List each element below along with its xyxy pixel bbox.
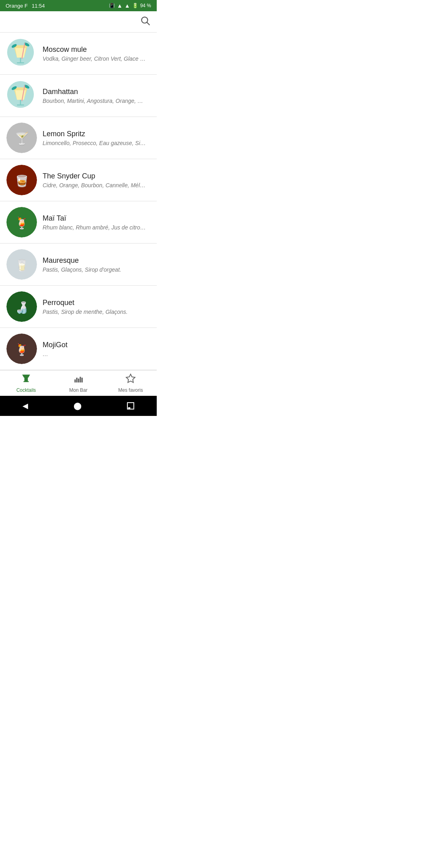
- cocktail-name: Damhattan: [43, 88, 150, 96]
- cocktail-nav-icon: [21, 373, 31, 386]
- cocktail-list: Moscow muleVodka, Ginger beer, Citron Ve…: [0, 33, 157, 370]
- cocktail-info: The Snyder CupCidre, Orange, Bourbon, Ca…: [43, 172, 150, 188]
- battery-percent: 94 %: [140, 3, 151, 8]
- nav-cocktails-label: Cocktails: [16, 387, 36, 393]
- search-button[interactable]: [140, 15, 150, 28]
- svg-rect-28: [78, 379, 79, 383]
- cocktail-item[interactable]: 🥃The Snyder CupCidre, Orange, Bourbon, C…: [0, 159, 157, 201]
- svg-text:🍶: 🍶: [15, 301, 29, 314]
- cocktail-info: Moscow muleVodka, Ginger beer, Citron Ve…: [43, 45, 150, 62]
- cocktail-ingredients: Pastis, Sirop de menthe, Glaçons.: [43, 309, 147, 315]
- cocktail-ingredients: …: [43, 351, 147, 357]
- cocktail-avatar: 🍹: [6, 207, 37, 237]
- cocktail-avatar: 🍹: [6, 334, 37, 364]
- cocktail-name: MojiGot: [43, 341, 150, 349]
- cocktail-avatar: [6, 38, 37, 69]
- wifi-icon: ▲: [117, 2, 123, 9]
- cocktail-ingredients: Cidre, Orange, Bourbon, Cannelle, Mélang…: [43, 182, 147, 188]
- bar-nav-icon: [73, 373, 84, 386]
- cocktail-info: Maï TaïRhum blanc, Rhum ambré, Jus de ci…: [43, 214, 150, 231]
- cocktail-item[interactable]: DamhattanBourbon, Martini, Angostura, Or…: [0, 75, 157, 117]
- cocktail-info: MauresquePastis, Glaçons, Sirop d'orgeat…: [43, 256, 150, 273]
- bottom-nav: Cocktails Mon Bar Mes favoris: [0, 370, 157, 396]
- svg-text:🥛: 🥛: [15, 259, 29, 272]
- cocktail-item[interactable]: 🍶PerroquetPastis, Sirop de menthe, Glaço…: [0, 286, 157, 328]
- cocktail-ingredients: Bourbon, Martini, Angostura, Orange, Cer…: [43, 98, 147, 104]
- svg-line-1: [147, 23, 149, 25]
- svg-rect-29: [80, 377, 81, 383]
- cocktail-name: Maï Taï: [43, 214, 150, 223]
- svg-text:🍸: 🍸: [14, 131, 30, 146]
- nav-cocktails[interactable]: Cocktails: [0, 371, 52, 396]
- nav-mes-favoris[interactable]: Mes favoris: [104, 371, 157, 396]
- system-nav-bar: ◀ ⬤ ▪: [0, 396, 157, 416]
- svg-text:🥃: 🥃: [15, 174, 29, 188]
- svg-text:🍹: 🍹: [15, 217, 29, 230]
- cocktail-avatar: 🍶: [6, 291, 37, 322]
- svg-rect-26: [74, 379, 76, 383]
- cocktail-info: DamhattanBourbon, Martini, Angostura, Or…: [43, 88, 150, 104]
- cocktail-info: MojiGot…: [43, 341, 150, 357]
- home-button[interactable]: ⬤: [74, 401, 82, 410]
- status-left: Orange F 11:54: [6, 3, 45, 9]
- back-button[interactable]: ◀: [23, 401, 28, 410]
- cocktail-ingredients: Vodka, Ginger beer, Citron Vert, Glace p…: [43, 55, 147, 62]
- svg-text:🍹: 🍹: [15, 343, 29, 356]
- recents-button[interactable]: ▪: [127, 402, 134, 409]
- nav-mon-bar[interactable]: Mon Bar: [52, 371, 104, 396]
- svg-marker-31: [126, 374, 135, 383]
- cocktail-name: Perroquet: [43, 299, 150, 307]
- svg-rect-27: [76, 378, 78, 383]
- cocktail-avatar: 🍸: [6, 123, 37, 153]
- cocktail-avatar: [6, 80, 37, 111]
- nav-mes-favoris-label: Mes favoris: [118, 387, 143, 393]
- top-bar: [0, 11, 157, 33]
- cocktail-info: Lemon SpritzLimoncello, Prosecco, Eau ga…: [43, 130, 150, 146]
- cocktail-ingredients: Limoncello, Prosecco, Eau gazeuse, Sirop…: [43, 140, 147, 146]
- cocktail-avatar: 🥃: [6, 165, 37, 195]
- carrier: Orange F: [6, 3, 28, 9]
- cocktail-item[interactable]: 🍹Maï TaïRhum blanc, Rhum ambré, Jus de c…: [0, 201, 157, 244]
- cocktail-avatar: 🥛: [6, 249, 37, 280]
- cocktail-item[interactable]: 🍹MojiGot…: [0, 328, 157, 370]
- status-bar: Orange F 11:54 📳 ▲ ▲ 🔋 94 %: [0, 0, 157, 11]
- status-right: 📳 ▲ ▲ 🔋 94 %: [109, 2, 151, 9]
- cocktail-item[interactable]: Moscow muleVodka, Ginger beer, Citron Ve…: [0, 33, 157, 75]
- battery-icon: 🔋: [132, 3, 138, 8]
- cocktail-name: The Snyder Cup: [43, 172, 150, 180]
- nav-mon-bar-label: Mon Bar: [69, 387, 87, 393]
- time: 11:54: [32, 3, 45, 9]
- cocktail-name: Lemon Spritz: [43, 130, 150, 138]
- signal-icon: ▲: [125, 2, 130, 9]
- cocktail-item[interactable]: 🥛MauresquePastis, Glaçons, Sirop d'orgea…: [0, 244, 157, 286]
- cocktail-name: Mauresque: [43, 256, 150, 265]
- cocktail-info: PerroquetPastis, Sirop de menthe, Glaçon…: [43, 299, 150, 315]
- cocktail-item[interactable]: 🍸Lemon SpritzLimoncello, Prosecco, Eau g…: [0, 117, 157, 159]
- star-nav-icon: [125, 373, 136, 386]
- vibrate-icon: 📳: [109, 3, 115, 8]
- cocktail-name: Moscow mule: [43, 45, 150, 54]
- cocktail-ingredients: Rhum blanc, Rhum ambré, Jus de citron ve…: [43, 224, 147, 231]
- cocktail-ingredients: Pastis, Glaçons, Sirop d'orgeat.: [43, 266, 147, 273]
- svg-rect-30: [82, 378, 83, 383]
